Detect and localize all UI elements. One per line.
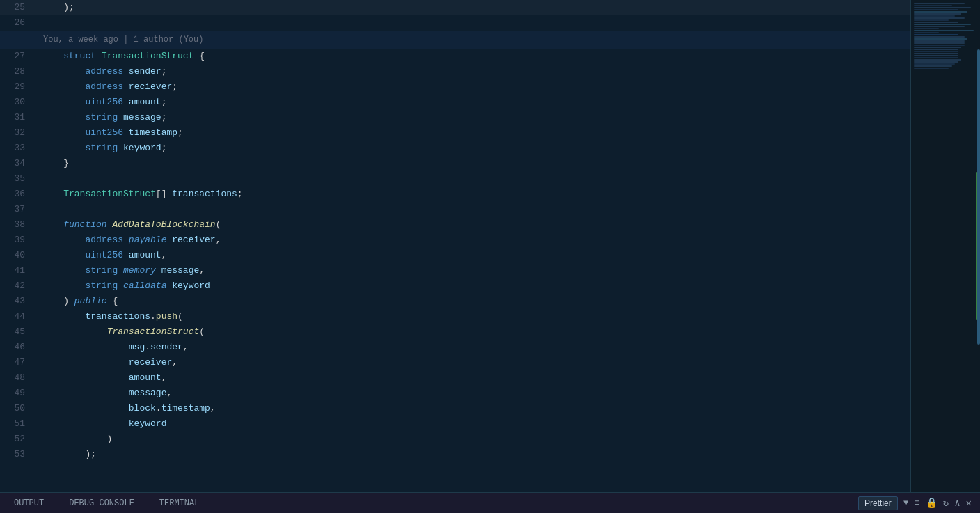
debug-console-tab[interactable]: DEBUG CONSOLE (63, 496, 140, 511)
line-num-35: 35 (0, 171, 36, 187)
code-line-52: 52 ) (0, 432, 910, 447)
line-content-28: address sender; (36, 64, 910, 79)
editor-area: 25 ); 26 You, a week ago | 1 author (You… (0, 0, 980, 492)
code-line-34: 34 } (0, 156, 910, 171)
code-lines: 25 ); 26 You, a week ago | 1 author (You… (0, 0, 910, 462)
line-content-38: function AddDataToBlockchain( (36, 217, 910, 232)
line-num-44: 44 (0, 309, 36, 324)
code-line-39: 39 address payable receiver, (0, 232, 910, 248)
line-content-39: address payable receiver, (36, 232, 910, 248)
code-line-33: 33 string keyword; (0, 141, 910, 156)
line-num-31: 31 (0, 110, 36, 125)
status-bar: OUTPUT DEBUG CONSOLE TERMINAL Prettier ▼… (0, 492, 980, 513)
line-content-43: ) public { (36, 294, 910, 309)
lock-icon[interactable]: 🔒 (926, 497, 938, 509)
line-content-48: amount, (36, 370, 910, 386)
line-content-51: keyword (36, 416, 910, 432)
line-num-30: 30 (0, 95, 36, 110)
code-line-49: 49 message, (0, 386, 910, 401)
format-icon[interactable]: ≡ (914, 498, 919, 509)
line-content-27: struct TransactionStruct { (36, 49, 910, 64)
code-line-35: 35 (0, 171, 910, 187)
line-content-33: string keyword; (36, 141, 910, 156)
line-content-36: TransactionStruct[] transactions; (36, 187, 910, 202)
code-line-47: 47 receiver, (0, 355, 910, 370)
close-icon[interactable]: ✕ (966, 497, 972, 509)
line-num-48: 48 (0, 370, 36, 386)
line-num-38: 38 (0, 217, 36, 232)
line-num-42: 42 (0, 278, 36, 294)
line-content-25: ); (36, 0, 910, 15)
line-num-33: 33 (0, 141, 36, 156)
line-num-34: 34 (0, 156, 36, 171)
line-content-53: ); (36, 447, 910, 462)
code-line-53: 53 ); (0, 447, 910, 462)
minimap-content (911, 0, 980, 492)
code-line-29: 29 address reciever; (0, 79, 910, 95)
line-content-41: string memory message, (36, 263, 910, 278)
code-line-38: 38 function AddDataToBlockchain( (0, 217, 910, 232)
code-line-28: 28 address sender; (0, 64, 910, 79)
code-line-40: 40 uint256 amount, (0, 248, 910, 263)
line-content-44: transactions.push( (36, 309, 910, 324)
line-num-29: 29 (0, 79, 36, 95)
line-num-39: 39 (0, 232, 36, 248)
minimap (910, 0, 980, 492)
line-num-52: 52 (0, 432, 36, 447)
output-tab[interactable]: OUTPUT (8, 496, 49, 511)
line-content-31: string message; (36, 110, 910, 125)
line-num-46: 46 (0, 340, 36, 355)
code-line-26: 26 (0, 15, 910, 31)
line-num-26: 26 (0, 15, 36, 31)
kw-struct: struct (42, 51, 102, 61)
code-line-48: 48 amount, (0, 370, 910, 386)
line-num-50: 50 (0, 401, 36, 416)
chevron-up-icon[interactable]: ∧ (954, 497, 960, 509)
line-content-32: uint256 timestamp; (36, 125, 910, 141)
line-num-51: 51 (0, 416, 36, 432)
code-line-36: 36 TransactionStruct[] transactions; (0, 187, 910, 202)
code-line-41: 41 string memory message, (0, 263, 910, 278)
code-line-44: 44 transactions.push( (0, 309, 910, 324)
code-line-27: 27 struct TransactionStruct { (0, 49, 910, 64)
sync-icon[interactable]: ↻ (943, 497, 949, 509)
code-line-46: 46 msg.sender, (0, 340, 910, 355)
code-container: 25 ); 26 You, a week ago | 1 author (You… (0, 0, 910, 492)
prettier-select[interactable]: Prettier (858, 496, 898, 510)
line-content-46: msg.sender, (36, 340, 910, 355)
line-num-53: 53 (0, 447, 36, 462)
status-left: OUTPUT DEBUG CONSOLE TERMINAL (8, 496, 205, 511)
code-line-43: 43 ) public { (0, 294, 910, 309)
line-num-27: 27 (0, 49, 36, 64)
line-num-43: 43 (0, 294, 36, 309)
code-line-51: 51 keyword (0, 416, 910, 432)
code-line-45: 45 TransactionStruct( (0, 324, 910, 340)
code-line-50: 50 block.timestamp, (0, 401, 910, 416)
code-line-42: 42 string calldata keyword (0, 278, 910, 294)
code-line-31: 31 string message; (0, 110, 910, 125)
line-num-25: 25 (0, 0, 36, 15)
code-line-30: 30 uint256 amount; (0, 95, 910, 110)
line-content-34: } (36, 156, 910, 171)
line-num-37: 37 (0, 202, 36, 217)
code-line-25: 25 ); (0, 0, 910, 15)
blame-text: You, a week ago | 1 author (You) (38, 31, 203, 49)
line-content-49: message, (36, 386, 910, 401)
type-transaction: TransactionStruct (102, 51, 194, 61)
line-num-45: 45 (0, 324, 36, 340)
line-content-29: address reciever; (36, 79, 910, 95)
line-content-52: ) (36, 432, 910, 447)
code-line-37: 37 (0, 202, 910, 217)
line-num-32: 32 (0, 125, 36, 141)
line-content-30: uint256 amount; (36, 95, 910, 110)
line-content-50: block.timestamp, (36, 401, 910, 416)
line-num-47: 47 (0, 355, 36, 370)
status-right: Prettier ▼ ≡ 🔒 ↻ ∧ ✕ (858, 496, 972, 510)
line-num-40: 40 (0, 248, 36, 263)
line-num-41: 41 (0, 263, 36, 278)
line-num-49: 49 (0, 386, 36, 401)
chevron-down-icon[interactable]: ▼ (903, 498, 908, 508)
terminal-tab[interactable]: TERMINAL (154, 496, 205, 511)
line-num-28: 28 (0, 64, 36, 79)
line-content-42: string calldata keyword (36, 278, 910, 294)
